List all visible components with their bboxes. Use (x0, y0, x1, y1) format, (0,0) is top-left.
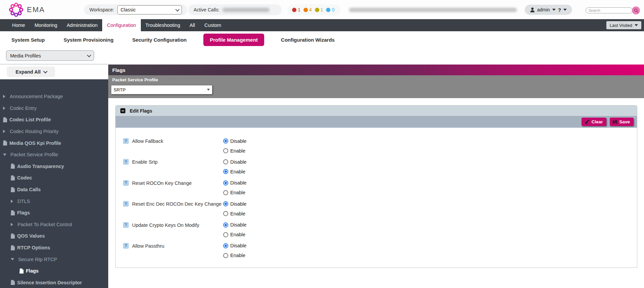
chevron-down-icon (43, 69, 47, 74)
chevron-down-icon (635, 24, 638, 26)
tree-item-media-qos-kpi-profile[interactable]: Media QOS Kpi Profile (0, 137, 108, 149)
expand-all-button[interactable]: Expand All (7, 67, 55, 77)
tree-collapsed-arrow-icon[interactable] (3, 107, 5, 110)
last-visited-button[interactable]: Last Visited (606, 21, 641, 29)
radio-option-disable[interactable]: Disable (223, 241, 246, 251)
save-button[interactable]: Save (610, 118, 634, 126)
tree-item-silence-insertion-descriptor[interactable]: Silence Insertion Descriptor (0, 277, 108, 288)
subnav-item-security-configuration[interactable]: Security Configuration (130, 34, 189, 46)
radio-option-enable[interactable]: Enable (223, 188, 246, 198)
nav-item-administration[interactable]: Administration (62, 19, 102, 31)
field-label: Reset Enc Dec ROCOn Dec Key Change (132, 199, 223, 218)
file-icon (11, 234, 15, 239)
packet-service-profile-select[interactable]: SRTP (111, 85, 212, 94)
workspace-value: Classic (121, 7, 136, 12)
tree-item-codec-routing-priority[interactable]: Codec Routing Priority (0, 126, 108, 137)
radio-button[interactable] (223, 169, 228, 174)
tree-item-rtcp-options[interactable]: RTCP Options (0, 242, 108, 254)
subnav-item-system-provisioning[interactable]: System Provisioning (62, 34, 115, 46)
ema-logo-icon (9, 2, 24, 17)
help-menu-label[interactable]: ? (558, 7, 561, 13)
subnav-item-configuration-wizards[interactable]: Configuration Wizards (279, 34, 337, 46)
clear-button[interactable]: Clear (581, 118, 607, 126)
radio-option-enable[interactable]: Enable (223, 230, 246, 240)
collapse-icon[interactable] (120, 108, 125, 113)
radio-button[interactable] (223, 222, 228, 228)
tree-item-audio-transparency[interactable]: Audio Transparency (0, 161, 108, 172)
nav-item-troubleshooting[interactable]: Troubleshooting (141, 19, 185, 31)
tree-expanded-arrow-icon[interactable] (3, 154, 6, 156)
tree-item-packet-service-profile[interactable]: Packet Service Profile (0, 149, 108, 161)
tree-item-announcement-package[interactable]: Announcement Package (0, 91, 108, 102)
profile-type-select[interactable]: Media Profiles (6, 50, 94, 61)
edit-flags-panel: Edit Flags Clear (115, 105, 637, 268)
radio-button[interactable] (223, 190, 228, 195)
radio-button[interactable] (223, 201, 228, 206)
help-icon[interactable]: ? (123, 138, 129, 144)
nav-item-all[interactable]: All (185, 19, 200, 31)
tree-collapsed-arrow-icon[interactable] (11, 223, 13, 226)
help-icon[interactable]: ? (123, 159, 129, 165)
tree-item-codec-entry[interactable]: Codec Entry (0, 102, 108, 114)
file-icon (11, 164, 15, 169)
tree-item-label: Flags (17, 210, 30, 215)
radio-button[interactable] (223, 232, 228, 237)
search-input[interactable] (586, 7, 633, 13)
chevron-down-icon[interactable] (563, 9, 567, 11)
alarm-status-pill[interactable]: 1410 (288, 4, 340, 15)
tree-item-codec-list-profile[interactable]: Codec List Profile (0, 114, 108, 126)
radio-button[interactable] (223, 148, 228, 153)
tree-expanded-arrow-icon[interactable] (11, 258, 14, 260)
subnav-item-system-setup[interactable]: System Setup (9, 34, 47, 46)
tree-item-dtls[interactable]: DTLS (0, 195, 108, 207)
help-icon[interactable]: ? (123, 222, 129, 228)
help-icon[interactable]: ? (123, 201, 129, 207)
tree-item-flags[interactable]: Flags (0, 207, 108, 219)
nav-item-monitoring[interactable]: Monitoring (30, 19, 62, 31)
radio-option-enable[interactable]: Enable (223, 146, 246, 156)
tree-item-label: Data Calls (17, 187, 41, 192)
tree-collapsed-arrow-icon[interactable] (11, 200, 13, 203)
subnav-item-profile-management[interactable]: Profile Management (203, 34, 264, 46)
tree-item-packet-to-packet-control[interactable]: Packet To Packet Control (0, 219, 108, 231)
radio-button[interactable] (223, 253, 228, 258)
chevron-down-icon[interactable] (552, 9, 556, 11)
radio-button[interactable] (223, 211, 228, 216)
radio-button[interactable] (223, 138, 228, 143)
tree-item-qos-values[interactable]: QOS Values (0, 230, 108, 242)
radio-button[interactable] (223, 159, 228, 164)
radio-option-enable[interactable]: Enable (223, 251, 246, 260)
field-row-reset-enc-dec-rocon-dec-key-change: ?Reset Enc Dec ROCOn Dec Key ChangeDisab… (123, 199, 637, 218)
radio-option-disable[interactable]: Disable (223, 157, 246, 167)
tree-item-codec[interactable]: Codec (0, 172, 108, 184)
radio-option-label: Enable (230, 148, 245, 154)
radio-option-enable[interactable]: Enable (223, 209, 246, 218)
field-label: Allow Fallback (132, 136, 223, 156)
help-icon[interactable]: ? (123, 180, 129, 186)
tree-collapsed-arrow-icon[interactable] (3, 130, 5, 133)
tree-item-label: Silence Insertion Descriptor (17, 280, 82, 285)
radio-option-label: Enable (230, 232, 245, 237)
radio-option-disable[interactable]: Disable (223, 199, 246, 209)
nav-item-configuration[interactable]: Configuration (102, 19, 140, 31)
tree-item-label: Announcement Package (10, 94, 63, 99)
radio-option-enable[interactable]: Enable (223, 167, 246, 176)
help-icon[interactable]: ? (123, 243, 129, 249)
radio-button[interactable] (223, 180, 228, 186)
tree-item-data-calls[interactable]: Data Calls (0, 184, 108, 196)
clear-button-label: Clear (592, 119, 603, 124)
radio-option-disable[interactable]: Disable (223, 178, 246, 188)
tree-collapsed-arrow-icon[interactable] (3, 95, 5, 98)
user-menu[interactable]: admin ? (525, 5, 572, 15)
tree-item-secure-rtp-rtcp[interactable]: Secure Rtp RTCP (0, 253, 108, 265)
radio-button[interactable] (223, 243, 228, 248)
edit-flags-form: ?Allow FallbackDisableEnable?Enable Srtp… (116, 128, 637, 260)
tree-item-flags[interactable]: Flags (0, 265, 108, 277)
workspace-select[interactable]: Classic (117, 5, 182, 14)
radio-option-label: Disable (230, 180, 246, 186)
nav-item-custom[interactable]: Custom (200, 19, 226, 31)
search-button[interactable] (632, 6, 640, 14)
radio-option-disable[interactable]: Disable (223, 220, 246, 230)
radio-option-disable[interactable]: Disable (223, 136, 246, 146)
nav-item-home[interactable]: Home (7, 19, 30, 31)
